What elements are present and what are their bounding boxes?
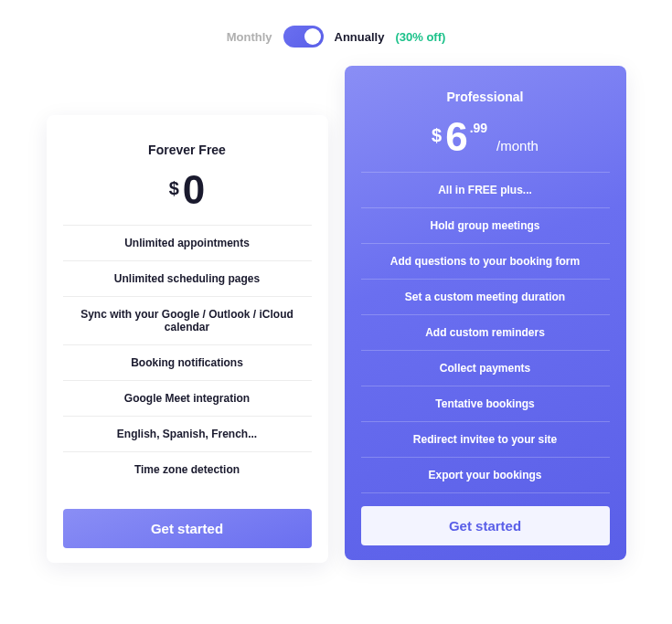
currency-pro: $ [432, 125, 442, 146]
price-period-pro: /month [496, 138, 539, 153]
currency-free: $ [169, 178, 179, 199]
feature-item: Tentative bookings [361, 386, 610, 421]
toggle-knob [304, 28, 321, 45]
get-started-button-free[interactable]: Get started [63, 509, 312, 548]
feature-item: Google Meet integration [63, 380, 312, 416]
pricing-cards: Forever Free $ 0 Unlimited appointments … [0, 66, 672, 563]
feature-item: Unlimited scheduling pages [63, 260, 312, 296]
feature-item: Add questions to your booking form [361, 243, 610, 279]
plan-name-pro: Professional [361, 90, 610, 104]
discount-badge: (30% off) [395, 30, 445, 44]
feature-item: All in FREE plus... [361, 172, 610, 207]
get-started-button-pro[interactable]: Get started [361, 506, 610, 545]
plan-name-free: Forever Free [63, 143, 312, 157]
price-whole-pro: 6 [445, 117, 467, 157]
billing-toggle[interactable] [283, 26, 324, 48]
feature-item: Add custom reminders [361, 314, 610, 350]
feature-item: Collect payments [361, 350, 610, 386]
billing-annually-label[interactable]: Annually [335, 30, 385, 44]
feature-item: Redirect invitee to your site [361, 421, 610, 457]
price-whole-free: 0 [183, 170, 205, 210]
feature-item: Unlimited appointments [63, 225, 312, 260]
feature-item: English, Spanish, French... [63, 416, 312, 451]
feature-item: Booking notifications [63, 344, 312, 380]
plan-card-free: Forever Free $ 0 Unlimited appointments … [47, 115, 328, 563]
pricing-page: Monthly Annually (30% off) Forever Free … [0, 0, 672, 563]
price-free: $ 0 [63, 170, 312, 210]
plan-card-pro: Professional $ 6 .99 /month All in FREE … [345, 66, 626, 560]
price-pro: $ 6 .99 /month [361, 117, 610, 157]
billing-monthly-label[interactable]: Monthly [227, 30, 272, 44]
feature-item: Time zone detection [63, 451, 312, 487]
price-cents-pro: .99 [470, 121, 487, 135]
feature-list-free: Unlimited appointments Unlimited schedul… [63, 225, 312, 487]
billing-toggle-row: Monthly Annually (30% off) [0, 0, 672, 66]
feature-item: Sync with your Google / Outlook / iCloud… [63, 296, 312, 344]
feature-item: Set a custom meeting duration [361, 279, 610, 314]
feature-list-pro: All in FREE plus... Hold group meetings … [361, 172, 610, 493]
feature-item: Export your bookings [361, 457, 610, 493]
feature-item: Hold group meetings [361, 207, 610, 243]
